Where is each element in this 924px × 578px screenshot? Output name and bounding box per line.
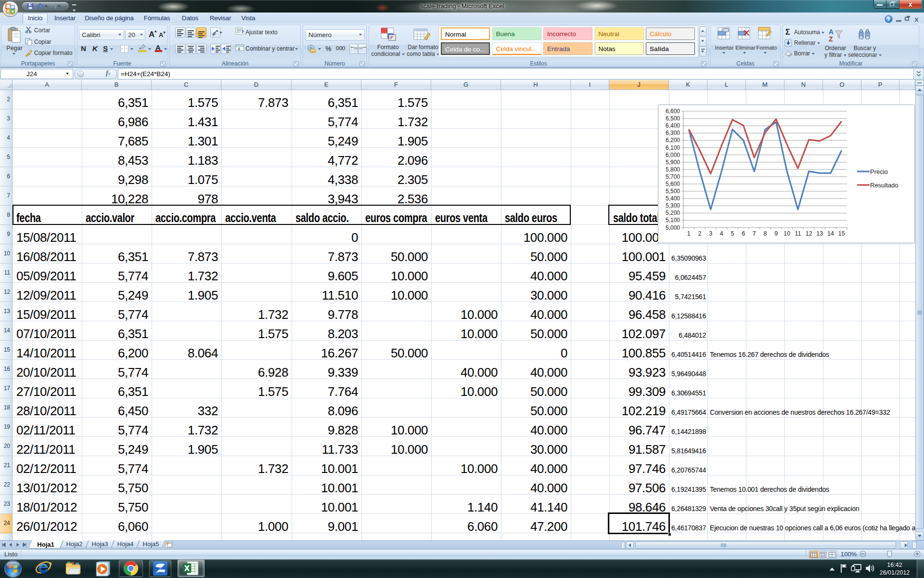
svg-text:5,600: 5,600	[666, 181, 680, 187]
svg-text:a: a	[238, 46, 240, 51]
svg-text:Precio: Precio	[870, 168, 888, 175]
svg-text:6,400: 6,400	[666, 122, 680, 129]
svg-text:5,100: 5,100	[666, 217, 680, 223]
svg-text:8: 8	[764, 230, 767, 237]
svg-text:A: A	[829, 28, 834, 36]
svg-text:5,700: 5,700	[666, 173, 680, 180]
svg-text:6,100: 6,100	[666, 144, 680, 151]
svg-text:5,200: 5,200	[666, 210, 680, 216]
svg-text:6,300: 6,300	[666, 130, 680, 136]
svg-text:2: 2	[698, 230, 702, 237]
svg-text:6: 6	[742, 230, 745, 237]
svg-text:6,200: 6,200	[666, 137, 680, 144]
svg-text:12: 12	[806, 230, 812, 237]
svg-text:7: 7	[753, 230, 756, 237]
svg-text:Resultado: Resultado	[870, 182, 898, 189]
svg-text:5,800: 5,800	[666, 166, 680, 173]
svg-text:14: 14	[827, 230, 834, 237]
svg-text:9: 9	[774, 230, 778, 237]
svg-text:6,600: 6,600	[666, 108, 680, 115]
svg-text:15: 15	[838, 230, 845, 237]
svg-text:4: 4	[720, 230, 723, 237]
svg-text:5,000: 5,000	[666, 224, 680, 231]
svg-text:5,900: 5,900	[666, 159, 680, 166]
svg-text:3: 3	[709, 230, 712, 237]
svg-text:10: 10	[783, 230, 790, 237]
svg-text:?: ?	[887, 16, 890, 22]
svg-text:5: 5	[731, 230, 734, 237]
svg-text:11: 11	[795, 230, 801, 237]
svg-text:5,500: 5,500	[666, 188, 680, 195]
svg-text:5,300: 5,300	[666, 202, 680, 209]
svg-text:1: 1	[687, 230, 691, 237]
svg-text:6,500: 6,500	[666, 115, 680, 122]
svg-text:5,400: 5,400	[666, 195, 680, 202]
svg-text:6,000: 6,000	[666, 152, 680, 158]
svg-text:13: 13	[816, 230, 823, 237]
svg-text:Z: Z	[829, 35, 833, 43]
